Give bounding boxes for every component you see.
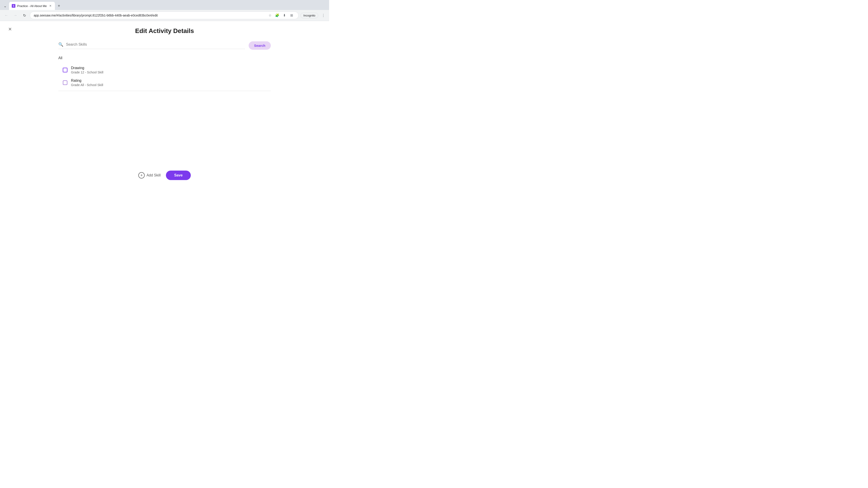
bottom-bar: + Add Skill Save <box>0 166 329 184</box>
refresh-button[interactable]: ↻ <box>21 12 28 19</box>
rating-skill-info: Rating Grade All - School Skill <box>71 78 103 87</box>
forward-button[interactable]: → <box>12 12 19 19</box>
menu-icon[interactable]: ⋮ <box>320 12 327 19</box>
drawing-skill-name: Drawing <box>71 66 103 70</box>
page-title: Edit Activity Details <box>0 21 329 35</box>
page-content: ✕ Edit Activity Details 🔍 Search All Dra… <box>0 21 329 184</box>
profile-button[interactable]: Incognito <box>301 13 318 18</box>
list-item: Rating Grade All - School Skill <box>58 76 271 89</box>
bookmark-icon[interactable]: ☆ <box>267 12 273 19</box>
list-item: Drawing Grade 12 - School Skill <box>58 64 271 76</box>
back-button[interactable]: ← <box>3 12 10 19</box>
extensions-icon[interactable]: 🧩 <box>274 12 280 19</box>
address-icons: ☆ 🧩 ⬇ ⊞ <box>267 12 295 19</box>
tab-switcher[interactable]: ⌄ <box>2 3 8 9</box>
save-button[interactable]: Save <box>166 170 191 180</box>
search-row: 🔍 Search <box>58 41 271 50</box>
add-skill-button[interactable]: + Add Skill <box>138 172 160 178</box>
search-input[interactable] <box>66 42 245 46</box>
drawing-checkbox[interactable] <box>63 68 67 72</box>
active-tab[interactable]: S Practice - All About Me ✕ <box>9 2 55 10</box>
address-bar: ← → ↻ app.seesaw.me/#/activities/library… <box>0 10 329 21</box>
add-skill-icon: + <box>138 172 145 178</box>
new-tab-button[interactable]: + <box>56 3 62 9</box>
address-input[interactable]: app.seesaw.me/#/activities/library/promp… <box>30 11 299 19</box>
drawing-skill-info: Drawing Grade 12 - School Skill <box>71 66 103 74</box>
profile-label: Incognito <box>303 14 315 17</box>
search-button[interactable]: Search <box>249 41 271 50</box>
rating-skill-name: Rating <box>71 78 103 83</box>
tab-close-button[interactable]: ✕ <box>49 4 52 8</box>
skill-list: Drawing Grade 12 - School Skill Rating G… <box>58 64 271 89</box>
tab-favicon: S <box>12 4 16 8</box>
address-text: app.seesaw.me/#/activities/library/promp… <box>34 13 265 17</box>
search-icon: 🔍 <box>58 42 63 47</box>
layout-icon[interactable]: ⊞ <box>288 12 295 19</box>
drawing-skill-meta: Grade 12 - School Skill <box>71 70 103 74</box>
section-label: All <box>58 56 271 60</box>
search-field: 🔍 <box>58 42 245 49</box>
close-button[interactable]: ✕ <box>6 26 13 33</box>
rating-checkbox[interactable] <box>63 80 67 85</box>
tab-title: Practice - All About Me <box>17 4 47 8</box>
main-content: 🔍 Search All Drawing Grade 12 - School S… <box>29 41 300 91</box>
tab-bar: ⌄ S Practice - All About Me ✕ + <box>0 0 329 10</box>
rating-skill-meta: Grade All - School Skill <box>71 83 103 87</box>
browser-chrome: ⌄ S Practice - All About Me ✕ + ← → ↻ ap… <box>0 0 329 21</box>
download-icon[interactable]: ⬇ <box>281 12 287 19</box>
add-skill-label: Add Skill <box>147 173 160 177</box>
